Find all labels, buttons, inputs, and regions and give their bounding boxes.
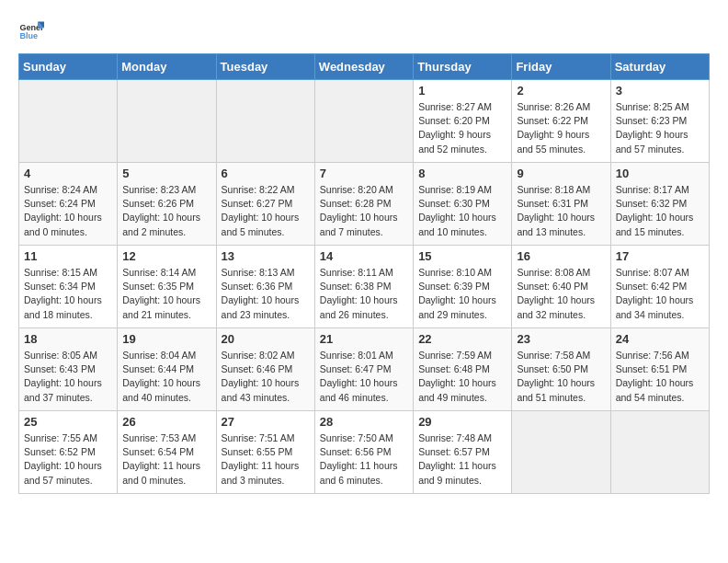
calendar-cell: 28Sunrise: 7:50 AM Sunset: 6:56 PM Dayli… <box>314 411 413 494</box>
day-info: Sunrise: 8:25 AM Sunset: 6:23 PM Dayligh… <box>616 100 704 156</box>
day-info: Sunrise: 8:27 AM Sunset: 6:20 PM Dayligh… <box>418 100 506 156</box>
day-info: Sunrise: 8:02 AM Sunset: 6:46 PM Dayligh… <box>222 349 310 405</box>
day-number: 11 <box>24 249 112 263</box>
header: General Blue <box>18 18 710 44</box>
day-info: Sunrise: 8:05 AM Sunset: 6:43 PM Dayligh… <box>24 349 112 405</box>
calendar-cell: 17Sunrise: 8:07 AM Sunset: 6:42 PM Dayli… <box>610 246 709 328</box>
calendar-cell: 16Sunrise: 8:08 AM Sunset: 6:40 PM Dayli… <box>512 246 610 328</box>
day-info: Sunrise: 8:10 AM Sunset: 6:39 PM Dayligh… <box>418 266 506 322</box>
day-number: 3 <box>616 84 704 98</box>
calendar-cell: 11Sunrise: 8:15 AM Sunset: 6:34 PM Dayli… <box>19 246 118 328</box>
calendar-cell <box>314 80 413 163</box>
day-number: 20 <box>222 332 310 346</box>
day-number: 25 <box>24 415 112 429</box>
svg-text:Blue: Blue <box>19 31 38 40</box>
day-info: Sunrise: 8:24 AM Sunset: 6:24 PM Dayligh… <box>24 183 112 239</box>
day-info: Sunrise: 8:22 AM Sunset: 6:27 PM Dayligh… <box>222 183 310 239</box>
day-info: Sunrise: 8:17 AM Sunset: 6:32 PM Dayligh… <box>616 183 704 239</box>
calendar-cell: 26Sunrise: 7:53 AM Sunset: 6:54 PM Dayli… <box>118 411 216 494</box>
calendar-cell: 8Sunrise: 8:19 AM Sunset: 6:30 PM Daylig… <box>414 163 512 246</box>
calendar-cell <box>512 411 610 494</box>
calendar-cell: 12Sunrise: 8:14 AM Sunset: 6:35 PM Dayli… <box>118 246 216 328</box>
day-number: 14 <box>320 249 408 263</box>
day-info: Sunrise: 8:13 AM Sunset: 6:36 PM Dayligh… <box>222 266 310 322</box>
calendar-cell: 5Sunrise: 8:23 AM Sunset: 6:26 PM Daylig… <box>118 163 216 246</box>
day-number: 19 <box>122 332 210 346</box>
day-info: Sunrise: 7:51 AM Sunset: 6:55 PM Dayligh… <box>222 431 310 488</box>
calendar-cell <box>216 80 314 163</box>
week-row-2: 4Sunrise: 8:24 AM Sunset: 6:24 PM Daylig… <box>19 163 710 246</box>
day-info: Sunrise: 8:23 AM Sunset: 6:26 PM Dayligh… <box>122 183 210 239</box>
day-info: Sunrise: 7:55 AM Sunset: 6:52 PM Dayligh… <box>24 431 112 488</box>
day-number: 9 <box>517 167 605 180</box>
calendar-cell: 7Sunrise: 8:20 AM Sunset: 6:28 PM Daylig… <box>314 163 413 246</box>
header-day-thursday: Thursday <box>414 54 512 80</box>
day-number: 1 <box>418 84 506 98</box>
day-info: Sunrise: 8:01 AM Sunset: 6:47 PM Dayligh… <box>320 349 408 405</box>
header-day-sunday: Sunday <box>19 54 118 80</box>
day-number: 13 <box>222 249 310 263</box>
calendar-cell: 1Sunrise: 8:27 AM Sunset: 6:20 PM Daylig… <box>414 80 512 163</box>
day-info: Sunrise: 8:04 AM Sunset: 6:44 PM Dayligh… <box>122 349 210 405</box>
header-day-monday: Monday <box>118 54 216 80</box>
day-number: 4 <box>24 167 112 180</box>
calendar-cell: 14Sunrise: 8:11 AM Sunset: 6:38 PM Dayli… <box>314 246 413 328</box>
logo: General Blue <box>18 18 44 44</box>
day-number: 8 <box>418 167 506 180</box>
day-number: 10 <box>616 167 704 180</box>
day-info: Sunrise: 7:53 AM Sunset: 6:54 PM Dayligh… <box>122 431 210 488</box>
day-info: Sunrise: 8:19 AM Sunset: 6:30 PM Dayligh… <box>418 183 506 239</box>
day-number: 27 <box>222 415 310 429</box>
week-row-1: 1Sunrise: 8:27 AM Sunset: 6:20 PM Daylig… <box>19 80 710 163</box>
day-info: Sunrise: 8:07 AM Sunset: 6:42 PM Dayligh… <box>616 266 704 322</box>
calendar-cell: 27Sunrise: 7:51 AM Sunset: 6:55 PM Dayli… <box>216 411 314 494</box>
calendar-table: SundayMondayTuesdayWednesdayThursdayFrid… <box>18 53 710 494</box>
day-number: 23 <box>517 332 605 346</box>
day-number: 2 <box>517 84 605 98</box>
week-row-4: 18Sunrise: 8:05 AM Sunset: 6:43 PM Dayli… <box>19 328 710 411</box>
calendar-cell: 25Sunrise: 7:55 AM Sunset: 6:52 PM Dayli… <box>19 411 118 494</box>
day-info: Sunrise: 8:18 AM Sunset: 6:31 PM Dayligh… <box>517 183 605 239</box>
week-row-5: 25Sunrise: 7:55 AM Sunset: 6:52 PM Dayli… <box>19 411 710 494</box>
day-info: Sunrise: 8:15 AM Sunset: 6:34 PM Dayligh… <box>24 266 112 322</box>
calendar-cell: 10Sunrise: 8:17 AM Sunset: 6:32 PM Dayli… <box>610 163 709 246</box>
day-number: 29 <box>418 415 506 429</box>
day-info: Sunrise: 8:08 AM Sunset: 6:40 PM Dayligh… <box>517 266 605 322</box>
calendar-cell: 24Sunrise: 7:56 AM Sunset: 6:51 PM Dayli… <box>610 328 709 411</box>
calendar-cell: 15Sunrise: 8:10 AM Sunset: 6:39 PM Dayli… <box>414 246 512 328</box>
week-row-3: 11Sunrise: 8:15 AM Sunset: 6:34 PM Dayli… <box>19 246 710 328</box>
calendar-cell <box>118 80 216 163</box>
calendar-cell: 21Sunrise: 8:01 AM Sunset: 6:47 PM Dayli… <box>314 328 413 411</box>
day-number: 15 <box>418 249 506 263</box>
day-number: 18 <box>24 332 112 346</box>
day-number: 24 <box>616 332 704 346</box>
calendar-cell: 22Sunrise: 7:59 AM Sunset: 6:48 PM Dayli… <box>414 328 512 411</box>
calendar-cell: 9Sunrise: 8:18 AM Sunset: 6:31 PM Daylig… <box>512 163 610 246</box>
calendar-cell: 20Sunrise: 8:02 AM Sunset: 6:46 PM Dayli… <box>216 328 314 411</box>
calendar-cell: 2Sunrise: 8:26 AM Sunset: 6:22 PM Daylig… <box>512 80 610 163</box>
day-info: Sunrise: 8:26 AM Sunset: 6:22 PM Dayligh… <box>517 100 605 156</box>
calendar-cell: 13Sunrise: 8:13 AM Sunset: 6:36 PM Dayli… <box>216 246 314 328</box>
day-number: 16 <box>517 249 605 263</box>
header-day-wednesday: Wednesday <box>314 54 413 80</box>
day-number: 7 <box>320 167 408 180</box>
day-info: Sunrise: 8:11 AM Sunset: 6:38 PM Dayligh… <box>320 266 408 322</box>
day-number: 12 <box>122 249 210 263</box>
day-number: 28 <box>320 415 408 429</box>
logo-icon: General Blue <box>18 18 44 44</box>
day-number: 6 <box>222 167 310 180</box>
calendar-cell: 19Sunrise: 8:04 AM Sunset: 6:44 PM Dayli… <box>118 328 216 411</box>
day-number: 26 <box>122 415 210 429</box>
day-number: 22 <box>418 332 506 346</box>
day-info: Sunrise: 8:14 AM Sunset: 6:35 PM Dayligh… <box>122 266 210 322</box>
day-number: 5 <box>122 167 210 180</box>
day-info: Sunrise: 7:56 AM Sunset: 6:51 PM Dayligh… <box>616 349 704 405</box>
calendar-cell <box>610 411 709 494</box>
calendar-cell: 18Sunrise: 8:05 AM Sunset: 6:43 PM Dayli… <box>19 328 118 411</box>
calendar-cell: 3Sunrise: 8:25 AM Sunset: 6:23 PM Daylig… <box>610 80 709 163</box>
calendar-cell: 23Sunrise: 7:58 AM Sunset: 6:50 PM Dayli… <box>512 328 610 411</box>
calendar-cell <box>19 80 118 163</box>
day-info: Sunrise: 7:50 AM Sunset: 6:56 PM Dayligh… <box>320 431 408 488</box>
header-day-friday: Friday <box>512 54 610 80</box>
calendar-cell: 29Sunrise: 7:48 AM Sunset: 6:57 PM Dayli… <box>414 411 512 494</box>
